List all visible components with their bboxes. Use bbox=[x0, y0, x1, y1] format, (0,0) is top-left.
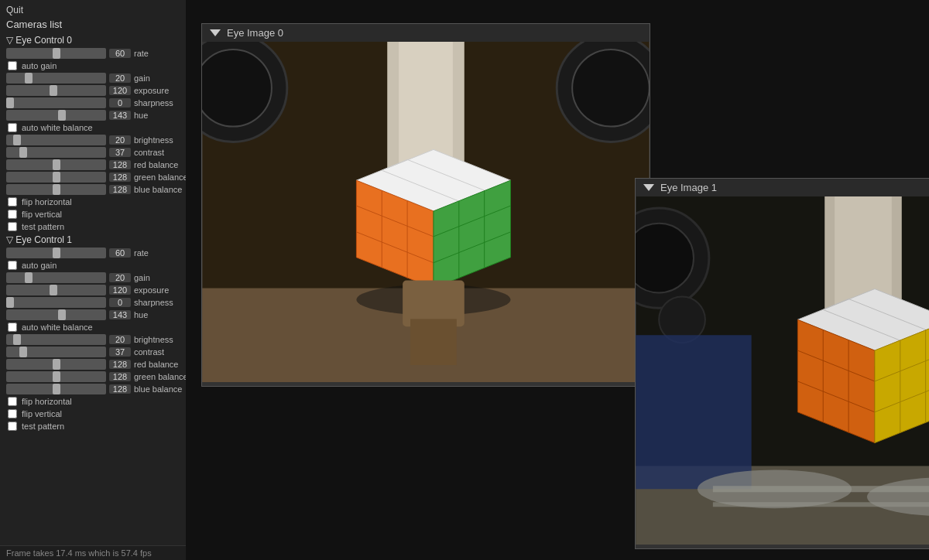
blue-balance-1-slider[interactable] bbox=[6, 384, 106, 394]
blue-balance-0-label: blue balance bbox=[134, 185, 186, 194]
svg-rect-26 bbox=[410, 319, 457, 365]
green-balance-1-label: green balance bbox=[134, 372, 186, 381]
eye-image-1-indicator-icon bbox=[643, 184, 654, 191]
hue-1-value: 143 bbox=[109, 310, 131, 319]
eye-image-0-canvas bbox=[202, 42, 650, 382]
red-balance-1-row: 128 red balance bbox=[0, 358, 186, 370]
red-balance-0-label: red balance bbox=[134, 160, 186, 169]
red-balance-1-label: red balance bbox=[134, 360, 186, 369]
sharpness-1-value: 0 bbox=[109, 298, 131, 307]
brightness-0-slider[interactable] bbox=[6, 135, 106, 145]
green-balance-1-row: 128 green balance bbox=[0, 370, 186, 383]
auto-wb-0-checkbox[interactable] bbox=[8, 123, 17, 132]
red-balance-0-value: 128 bbox=[109, 160, 131, 169]
red-balance-1-value: 128 bbox=[109, 360, 131, 369]
contrast-1-slider[interactable] bbox=[6, 347, 106, 357]
test-pattern-0-row: test pattern bbox=[0, 220, 186, 233]
flip-h-1-checkbox[interactable] bbox=[8, 397, 17, 406]
flip-h-1-row: flip horizontal bbox=[0, 395, 186, 408]
contrast-0-row: 37 contrast bbox=[0, 146, 186, 159]
brightness-0-label: brightness bbox=[134, 135, 186, 145]
gain-0-row: 20 gain bbox=[0, 72, 186, 84]
rate-1-slider[interactable] bbox=[6, 248, 106, 258]
green-balance-1-value: 128 bbox=[109, 372, 131, 381]
gain-1-value: 20 bbox=[109, 273, 131, 282]
eye-image-0-svg bbox=[202, 42, 650, 382]
blue-balance-1-row: 128 blue balance bbox=[0, 383, 186, 395]
blue-balance-1-value: 128 bbox=[109, 384, 131, 394]
exposure-1-slider[interactable] bbox=[6, 285, 106, 295]
green-balance-0-slider[interactable] bbox=[6, 172, 106, 183]
gain-0-slider[interactable] bbox=[6, 73, 106, 84]
brightness-0-value: 20 bbox=[109, 135, 131, 145]
test-pattern-0-label: test pattern bbox=[22, 222, 64, 231]
blue-balance-1-label: blue balance bbox=[134, 384, 186, 394]
flip-v-1-checkbox[interactable] bbox=[8, 409, 17, 418]
rate-0-row: 60 rate bbox=[0, 47, 186, 60]
auto-gain-1-label: auto gain bbox=[22, 261, 57, 270]
brightness-1-value: 20 bbox=[109, 335, 131, 344]
test-pattern-1-checkbox[interactable] bbox=[8, 422, 17, 431]
sharpness-1-row: 0 sharpness bbox=[0, 296, 186, 309]
blue-balance-0-slider[interactable] bbox=[6, 184, 106, 195]
red-balance-1-slider[interactable] bbox=[6, 359, 106, 370]
flip-h-0-checkbox[interactable] bbox=[8, 197, 17, 207]
sharpness-1-label: sharpness bbox=[134, 298, 186, 307]
flip-h-1-label: flip horizontal bbox=[22, 397, 72, 406]
sharpness-0-slider[interactable] bbox=[6, 97, 106, 108]
auto-wb-1-checkbox[interactable] bbox=[8, 323, 17, 332]
flip-v-0-checkbox[interactable] bbox=[8, 210, 17, 219]
rate-0-slider[interactable] bbox=[6, 48, 106, 59]
flip-v-0-row: flip vertical bbox=[0, 208, 186, 220]
hue-0-value: 143 bbox=[109, 111, 131, 120]
contrast-0-label: contrast bbox=[134, 148, 186, 157]
rate-0-label: rate bbox=[134, 49, 186, 58]
red-balance-0-row: 128 red balance bbox=[0, 159, 186, 171]
sharpness-0-row: 0 sharpness bbox=[0, 97, 186, 109]
auto-wb-1-label: auto white balance bbox=[22, 323, 93, 332]
green-balance-1-slider[interactable] bbox=[6, 371, 106, 382]
contrast-0-slider[interactable] bbox=[6, 147, 106, 158]
eye-control-0-header[interactable]: ▽ Eye Control 0 bbox=[0, 33, 186, 47]
exposure-1-row: 120 exposure bbox=[0, 284, 186, 296]
gain-0-label: gain bbox=[134, 73, 186, 83]
brightness-0-row: 20 brightness bbox=[0, 134, 186, 146]
eye-image-0-header: Eye Image 0 bbox=[202, 24, 650, 42]
hue-1-label: hue bbox=[134, 310, 186, 319]
red-balance-0-slider[interactable] bbox=[6, 159, 106, 170]
flip-v-1-row: flip vertical bbox=[0, 408, 186, 420]
sharpness-0-value: 0 bbox=[109, 98, 131, 108]
eye-image-1-panel: Eye Image 1 bbox=[635, 178, 929, 549]
rate-1-row: 60 rate bbox=[0, 247, 186, 259]
green-balance-0-row: 128 green balance bbox=[0, 171, 186, 183]
quit-button[interactable]: Quit bbox=[0, 3, 29, 17]
auto-gain-0-row: auto gain bbox=[0, 60, 186, 72]
auto-gain-1-checkbox[interactable] bbox=[8, 261, 17, 270]
exposure-0-row: 120 exposure bbox=[0, 84, 186, 97]
rate-0-value: 60 bbox=[109, 49, 131, 58]
eye-image-1-header: Eye Image 1 bbox=[636, 179, 929, 196]
blue-balance-0-row: 128 blue balance bbox=[0, 183, 186, 196]
green-balance-0-label: green balance bbox=[134, 172, 186, 182]
sharpness-0-label: sharpness bbox=[134, 98, 186, 108]
status-bar: Frame takes 17.4 ms which is 57.4 fps bbox=[0, 545, 186, 560]
exposure-1-value: 120 bbox=[109, 285, 131, 295]
auto-gain-0-checkbox[interactable] bbox=[8, 61, 17, 70]
main-area: Eye Image 0 bbox=[186, 0, 929, 560]
brightness-1-slider[interactable] bbox=[6, 334, 106, 345]
exposure-0-value: 120 bbox=[109, 86, 131, 95]
hue-1-slider[interactable] bbox=[6, 309, 106, 320]
sharpness-1-slider[interactable] bbox=[6, 297, 106, 308]
eye-image-1-svg bbox=[636, 196, 929, 545]
auto-gain-1-row: auto gain bbox=[0, 259, 186, 271]
flip-v-1-label: flip vertical bbox=[22, 409, 62, 418]
gain-1-row: 20 gain bbox=[0, 271, 186, 284]
auto-wb-0-row: auto white balance bbox=[0, 121, 186, 134]
flip-h-0-label: flip horizontal bbox=[22, 197, 72, 207]
gain-1-slider[interactable] bbox=[6, 272, 106, 283]
eye-control-1-header[interactable]: ▽ Eye Control 1 bbox=[0, 233, 186, 247]
hue-0-slider[interactable] bbox=[6, 110, 106, 121]
exposure-0-slider[interactable] bbox=[6, 85, 106, 96]
brightness-1-row: 20 brightness bbox=[0, 333, 186, 346]
test-pattern-0-checkbox[interactable] bbox=[8, 222, 17, 231]
